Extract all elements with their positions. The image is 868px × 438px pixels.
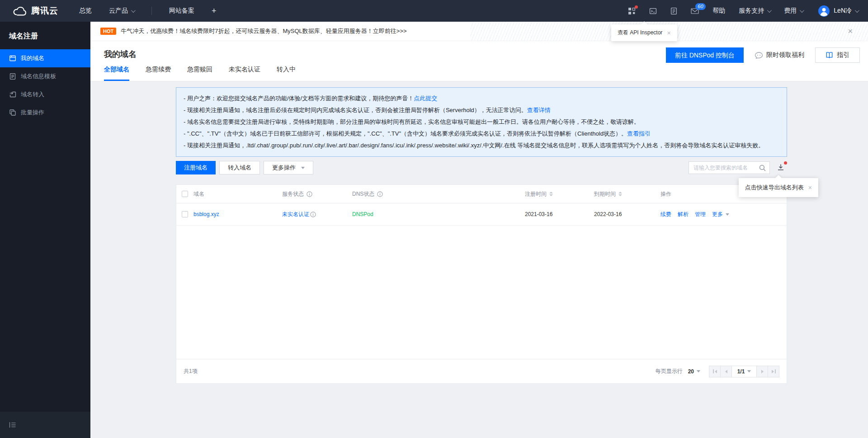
manage-link[interactable]: 管理 <box>695 211 706 218</box>
notice-line: - 现接相关注册局通知，.ltd/.chat/.group/.pub/.run/… <box>184 140 779 151</box>
api-inspector-icon[interactable] <box>628 7 636 15</box>
nav-item-overview[interactable]: 总览 <box>79 7 92 15</box>
tab-renew-soon[interactable]: 急需续费 <box>146 66 171 81</box>
notice-line: - 域名实名信息需要提交注册局进行审核，受特殊时期影响，部分注册局的审核时间有所… <box>184 116 779 128</box>
next-page-button[interactable] <box>756 366 768 377</box>
notice-line: - ".CC"、".TV"（含中文）域名已于日前获工信部许可，根据相关规定，".… <box>184 128 779 140</box>
view-guide-link[interactable]: 查看指引 <box>627 130 651 137</box>
export-tooltip: 点击快速导出域名列表 × <box>739 178 818 197</box>
close-icon[interactable]: × <box>848 27 853 36</box>
caret-down-icon <box>301 167 305 169</box>
main-area: HOT 牛气冲天，优惠续费！域名续费限时7折起，还可续云服务器、MySQL数据库… <box>90 22 868 438</box>
total-count: 共1项 <box>184 367 198 375</box>
select-all-checkbox[interactable] <box>182 191 188 197</box>
close-icon[interactable]: × <box>667 29 670 37</box>
top-navbar: 腾讯云 总览 云产品 网站备案 + 60 帮助 服务支持 费用 LeN冷 <box>0 0 868 22</box>
pager: 1/1 <box>709 366 779 377</box>
nav-menu: 总览 云产品 网站备案 + <box>79 6 234 16</box>
guide-button[interactable]: 指引 <box>815 47 860 63</box>
last-page-button[interactable] <box>768 366 779 377</box>
notice-line: - 用户之声：欢迎您提交域名产品的功能/体验/文档等方面的需求和建议，期待您的声… <box>184 93 779 104</box>
notification-dot <box>635 5 638 9</box>
nav-billing[interactable]: 费用 <box>784 7 803 15</box>
brand-name: 腾讯云 <box>31 5 58 17</box>
transfer-domain-button[interactable]: 转入域名 <box>219 161 260 174</box>
sort-icon[interactable] <box>549 192 553 196</box>
resolve-link[interactable]: 解析 <box>678 211 689 218</box>
info-icon[interactable] <box>377 191 383 197</box>
register-domain-button[interactable]: 注册域名 <box>176 161 216 174</box>
cloudshell-icon[interactable] <box>649 7 657 15</box>
nav-help[interactable]: 帮助 <box>712 7 725 15</box>
col-service-status: 服务状态 <box>282 190 304 198</box>
view-details-link[interactable]: 查看详情 <box>527 107 551 113</box>
page-indicator-select[interactable]: 1/1 <box>731 366 757 377</box>
tab-transferring-in[interactable]: 转入中 <box>277 66 296 81</box>
prev-page-button[interactable] <box>720 366 732 377</box>
per-page-select[interactable]: 20 <box>688 368 700 375</box>
pagination: 每页显示行 20 1/1 <box>656 366 779 377</box>
api-inspector-tooltip: 查看 API Inspector × <box>611 24 677 41</box>
info-icon[interactable] <box>307 191 312 197</box>
col-domain: 域名 <box>193 190 204 198</box>
chevron-down-icon <box>855 8 859 13</box>
expire-date: 2022-03-16 <box>594 211 622 217</box>
promo-banner-text[interactable]: 牛气冲天，优惠续费！域名续费限时7折起，还可续云服务器、MySQL数据库、轻量应… <box>121 27 406 35</box>
search-input[interactable] <box>689 165 758 171</box>
nav-item-add[interactable]: + <box>212 6 217 16</box>
nav-divider <box>151 7 152 15</box>
table-empty-space <box>176 226 787 359</box>
row-checkbox[interactable] <box>182 211 188 217</box>
page-header: 我的域名 前往 DNSPod 控制台 限时领取福利 指引 全部域名 急需续费 急… <box>90 41 868 81</box>
user-name: LeN冷 <box>834 7 852 15</box>
coupon-chat-icon <box>755 52 766 59</box>
goto-dnspod-button[interactable]: 前往 DNSPod 控制台 <box>666 47 744 63</box>
browser-window-icon <box>9 55 21 62</box>
api-inspector-tooltip-text: 查看 API Inspector <box>618 29 662 37</box>
caret-down-icon <box>697 370 700 372</box>
more-actions-dropdown[interactable]: 更多操作 <box>264 161 313 174</box>
renew-link[interactable]: 续费 <box>660 211 671 218</box>
sidebar-item-batch-operations[interactable]: 批量操作 <box>0 104 90 122</box>
tab-redeem-soon[interactable]: 急需赎回 <box>187 66 212 81</box>
user-menu[interactable]: LeN冷 <box>818 5 858 17</box>
sort-icon[interactable] <box>618 192 622 196</box>
sidebar-title: 域名注册 <box>0 22 90 49</box>
nav-support[interactable]: 服务支持 <box>739 7 770 15</box>
info-icon[interactable] <box>310 212 316 217</box>
col-dns-status: DNS状态 <box>352 190 374 198</box>
nav-right: 60 帮助 服务支持 费用 LeN冷 <box>614 5 868 17</box>
search-icon[interactable] <box>758 165 769 171</box>
domains-table: 域名 服务状态 DNS状态 注册时间 <box>176 184 787 384</box>
sidebar: 域名注册 我的域名 域名信息模板 域名转入 批量操作 <box>0 22 90 438</box>
content-container: - 用户之声：欢迎您提交域名产品的功能/体验/文档等方面的需求和建议，期待您的声… <box>176 81 787 384</box>
sidebar-item-domain-info-template[interactable]: 域名信息模板 <box>0 67 90 85</box>
nav-item-products[interactable]: 云产品 <box>109 7 134 15</box>
search-box <box>689 161 770 174</box>
sidebar-item-my-domains[interactable]: 我的域名 <box>0 49 90 67</box>
promo-banner: HOT 牛气冲天，优惠续费！域名续费限时7折起，还可续云服务器、MySQL数据库… <box>90 22 868 41</box>
export-download-icon[interactable] <box>777 164 784 172</box>
submit-feedback-link[interactable]: 点此提交 <box>414 95 437 102</box>
chevron-down-icon <box>800 8 804 13</box>
more-link[interactable]: 更多 <box>712 211 729 218</box>
tencent-cloud-logo[interactable]: 腾讯云 <box>12 5 58 17</box>
document-icon <box>9 73 21 80</box>
tab-all-domains[interactable]: 全部域名 <box>104 66 129 81</box>
sidebar-item-domain-transfer-in[interactable]: 域名转入 <box>0 85 90 104</box>
domain-link[interactable]: bsblog.xyz <box>193 211 219 217</box>
header-actions: 前往 DNSPod 控制台 限时领取福利 指引 <box>666 47 860 63</box>
nav-item-icp[interactable]: 网站备案 <box>169 7 194 15</box>
mail-icon[interactable]: 60 <box>691 8 699 14</box>
close-icon[interactable]: × <box>808 184 812 191</box>
register-date: 2021-03-16 <box>525 211 552 217</box>
collapse-sidebar-icon[interactable] <box>9 422 16 428</box>
table-row: bsblog.xyz 未实名认证 DNSPod 2021-03-16 2022-… <box>176 203 787 226</box>
benefit-link[interactable]: 限时领取福利 <box>755 51 804 59</box>
avatar-icon <box>818 5 830 17</box>
first-page-button[interactable] <box>709 366 721 377</box>
batch-stack-icon <box>9 109 21 116</box>
tab-not-verified[interactable]: 未实名认证 <box>229 66 260 81</box>
service-status-link[interactable]: 未实名认证 <box>282 211 309 218</box>
document-icon[interactable] <box>670 7 677 15</box>
